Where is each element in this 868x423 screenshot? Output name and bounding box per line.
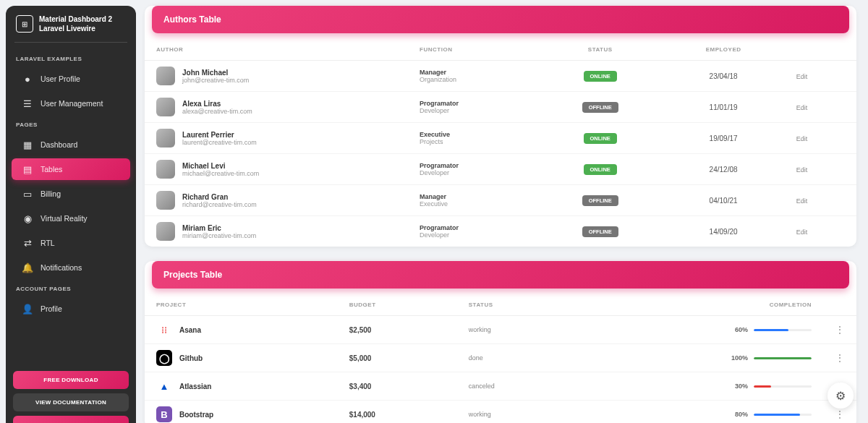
free-download-button[interactable]: FREE DOWNLOAD [13,371,129,389]
main-content: Authors Table AUTHOR FUNCTION STATUS EMP… [142,0,868,423]
table-row: Michael Levimichael@creative-tim.comProg… [145,154,856,185]
function-title: Executive [420,131,527,138]
sidebar: ⊞ Material Dashboard 2Laravel Livewire L… [6,6,136,423]
sidebar-item-rtl[interactable]: ⇄RTL [12,232,130,254]
edit-link[interactable]: Edit [796,135,808,142]
completion-pct: 100% [731,354,748,362]
section-pages: PAGES [6,116,136,132]
avatar [156,67,175,85]
employed-date: 14/09/20 [663,216,785,247]
employed-date: 11/01/19 [663,92,785,123]
project-icon: ⁝⁝ [156,322,172,338]
employed-date: 19/09/17 [663,123,785,154]
avatar [156,129,175,148]
function-title: Programator [420,162,527,169]
author-name: Miriam Eric [182,224,256,232]
row-menu-button[interactable]: ⋮ [823,344,856,372]
function-title: Manager [420,193,527,200]
vr-icon: ◉ [22,213,33,224]
table-row: Richard Granrichard@creative-tim.comMana… [145,185,856,216]
sidebar-item-notifications[interactable]: 🔔Notifications [12,257,130,278]
projects-card-header: Projects Table [152,261,849,289]
edit-link[interactable]: Edit [796,73,808,80]
completion-bar [754,329,812,331]
sidebar-item-tables[interactable]: ▤Tables [12,158,130,180]
project-icon: ◯ [156,350,172,366]
table-row: Alexa Lirasalexa@creative-tim.comProgram… [145,92,856,123]
author-email: michael@creative-tim.com [182,170,259,177]
author-name: Alexa Liras [182,100,252,108]
avatar [156,191,175,210]
function-title: Manager [420,69,527,76]
bell-icon: 🔔 [22,262,33,273]
avatar [156,222,175,241]
gear-icon: ⚙ [835,389,846,403]
edit-link[interactable]: Edit [796,104,808,111]
rtl-icon: ⇄ [22,237,33,249]
col-project: PROJECT [145,294,338,316]
function-title: Programator [420,224,527,231]
edit-link[interactable]: Edit [796,228,808,236]
brand[interactable]: ⊞ Material Dashboard 2Laravel Livewire [6,14,136,42]
sidebar-item-dashboard[interactable]: ▦Dashboard [12,134,130,155]
avatar [156,160,175,179]
list-icon: ☰ [22,98,33,109]
edit-link[interactable]: Edit [796,166,808,174]
function-sub: Executive [420,200,527,208]
col-function: FUNCTION [408,39,538,61]
project-name: Atlassian [179,383,211,390]
sidebar-item-billing[interactable]: ▭Billing [12,183,130,205]
col-budget: BUDGET [338,294,457,316]
project-status: working [457,316,575,344]
budget: $3,400 [338,372,457,401]
col-completion: COMPLETION [575,294,823,316]
divider [14,42,127,43]
edit-link[interactable]: Edit [796,197,808,205]
tables-icon: ▤ [22,163,33,175]
sidebar-item-virtual-reality[interactable]: ◉Virtual Reality [12,208,130,229]
author-name: Laurent Perrier [182,131,257,139]
author-name: Michael Levi [182,162,259,170]
status-badge: ONLINE [584,71,617,82]
completion-bar [754,414,812,416]
completion-pct: 60% [735,326,748,333]
author-email: laurent@creative-tim.com [182,139,257,146]
avatar [156,98,175,116]
completion-bar [754,385,812,388]
project-status: canceled [457,372,575,401]
view-documentation-button[interactable]: VIEW DOCUMENTATION [13,393,129,411]
project-icon: ▲ [156,378,172,394]
status-badge: OFFLINE [582,195,618,206]
completion-bar [754,357,812,359]
project-status: done [457,344,575,372]
sidebar-item-user-profile[interactable]: ●User Profile [12,68,130,90]
table-row: BBootstrap$14,000working80%⋮ [145,401,856,424]
author-email: alexa@creative-tim.com [182,108,252,115]
sidebar-item-user-management[interactable]: ☰User Management [12,93,130,114]
settings-fab[interactable]: ⚙ [827,383,854,409]
dashboard-icon: ▦ [22,139,33,150]
project-name: Github [179,354,203,362]
completion-pct: 30% [735,383,748,390]
authors-card-header: Authors Table [152,6,849,33]
status-badge: OFFLINE [582,102,618,113]
employed-date: 04/10/21 [663,185,785,216]
col-pstatus: STATUS [457,294,575,316]
author-email: john@creative-tim.com [182,77,249,84]
sidebar-item-profile[interactable]: 👤Profile [12,298,130,320]
budget: $5,000 [338,344,457,372]
budget: $14,000 [338,401,457,424]
person-icon: 👤 [22,303,33,315]
table-row: ▲Atlassian$3,400canceled30%⋮ [145,372,856,401]
function-sub: Developer [420,107,527,114]
projects-card: Projects Table PROJECT BUDGET STATUS COM… [145,261,856,423]
status-badge: OFFLINE [582,226,618,237]
row-menu-button[interactable]: ⋮ [823,316,856,344]
function-sub: Organization [420,76,527,83]
function-title: Programator [420,100,527,107]
employed-date: 23/04/18 [663,61,785,92]
projects-table: PROJECT BUDGET STATUS COMPLETION ⁝⁝Asana… [145,294,856,423]
section-laravel: LARAVEL EXAMPLES [6,50,136,67]
upgrade-to-pro-button[interactable]: UPGRADE TO PRO [13,416,129,423]
function-sub: Projects [420,138,527,145]
